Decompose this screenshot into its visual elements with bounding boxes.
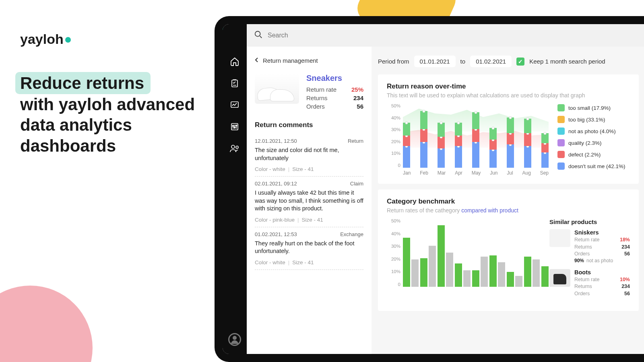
- legend-item[interactable]: defect (2.2%): [557, 151, 630, 158]
- brand-dot-icon: [65, 37, 71, 43]
- profile-avatar-icon[interactable]: [228, 333, 241, 346]
- comment-meta: Color - white|Size - 41: [255, 166, 363, 172]
- svg-point-5: [236, 125, 237, 126]
- svg-rect-1: [231, 102, 238, 107]
- left-pane: Return management Sneakers Return rate25…: [247, 47, 372, 354]
- similar-product[interactable]: BootsReturn rate10%Returns234Orders56: [549, 269, 630, 298]
- comment-body: They really hurt on the back of the foot…: [255, 240, 363, 255]
- comment-date: 02.01.2021, 09:12: [255, 181, 297, 187]
- legend-item[interactable]: not as photo (4.0%): [557, 128, 630, 135]
- bench-bar-pair: [455, 263, 471, 287]
- chart1-legend: too small (17.9%)too big (33.1%)not as p…: [557, 103, 630, 176]
- benchmark-compare-link[interactable]: compared with product: [461, 207, 518, 214]
- comment-meta: Color - pink-blue|Size - 41: [255, 217, 363, 223]
- legend-swatch: [557, 104, 565, 111]
- comments-list: 12.01.2021, 12:50ReturnThe size and colo…: [255, 134, 363, 270]
- chart2-bars: [403, 218, 540, 287]
- date-to-input[interactable]: 01.02.2021: [470, 56, 512, 67]
- decor-pink: [0, 286, 93, 362]
- bench-bar-pair: [507, 272, 522, 287]
- stacked-bar: [438, 123, 445, 168]
- home-icon[interactable]: [229, 56, 240, 67]
- returns-value: 234: [353, 95, 363, 101]
- legend-label: defect (2.2%): [568, 152, 601, 158]
- stacked-bar: [507, 117, 514, 168]
- bench-bar-pair: [472, 257, 488, 287]
- comment-date: 12.01.2021, 12:50: [255, 138, 297, 144]
- headline-rest: with yayloh advanced data analytics dash…: [20, 95, 195, 155]
- benchmark-subtitle: Return rates of the cathegory compared w…: [387, 207, 630, 214]
- similar-img: [549, 269, 570, 287]
- legend-item[interactable]: too small (17.9%): [557, 104, 630, 111]
- bench-bar-pair: [524, 257, 540, 287]
- stacked-bar: [455, 123, 462, 168]
- legend-swatch: [557, 162, 565, 170]
- period-from-label: Period from: [378, 58, 409, 65]
- comment-body: The size and color did not fit me, unfor…: [255, 146, 363, 162]
- orders-label: Orders: [306, 103, 325, 110]
- comment-type: Exchange: [340, 231, 363, 237]
- chart1-title: Return reason over-time: [387, 82, 630, 90]
- svg-point-3: [233, 125, 234, 127]
- breadcrumb-back[interactable]: Return management: [255, 57, 363, 64]
- legend-item[interactable]: too big (33.1%): [557, 116, 630, 123]
- bench-bar-pair: [489, 255, 505, 287]
- stacked-bar: [541, 133, 549, 168]
- comment-item[interactable]: 12.01.2021, 12:50ReturnThe size and colo…: [255, 134, 363, 177]
- comments-title: Return comments: [255, 121, 363, 129]
- keep-period-label: Keep 1 month search period: [529, 58, 605, 65]
- legend-item[interactable]: quality (2.3%): [557, 139, 630, 146]
- similar-product[interactable]: SniskersReturn rate18%Returns234Orders56…: [549, 229, 630, 263]
- date-from-input[interactable]: 01.01.2021: [414, 56, 456, 67]
- app-frame: Return form Return management Sneakers R…: [215, 16, 644, 362]
- chart1-subtitle: This text will be used to explain what c…: [387, 92, 630, 99]
- bench-bar-pair: [420, 246, 436, 287]
- legend-label: not as photo (4.0%): [568, 128, 616, 134]
- similar-title: Similar products: [549, 218, 630, 225]
- legend-swatch: [557, 116, 565, 123]
- legend-label: quality (2.3%): [568, 140, 602, 146]
- benchmark-card: Category benchmark Return rates of the c…: [378, 189, 639, 311]
- comment-meta: Color - white|Size - 41: [255, 259, 363, 265]
- chart1-xaxis: JanFebMarAprMayJunJulAugSep: [403, 170, 549, 176]
- similar-products: Similar products SniskersReturn rate18%R…: [549, 218, 630, 303]
- similar-img: [549, 229, 570, 247]
- benchmark-chart: 50%40%30%20%10%0: [387, 218, 540, 295]
- svg-point-8: [255, 31, 260, 37]
- users-icon[interactable]: [229, 143, 240, 154]
- return-reason-card: Return reason over-time This text will b…: [378, 74, 639, 184]
- product-image: [255, 74, 299, 104]
- svg-rect-0: [232, 80, 237, 87]
- comment-item[interactable]: 01.02.2021, 12:53ExchangeThey really hur…: [255, 227, 363, 270]
- comment-item[interactable]: 02.01.2021, 09:12ClaimI usually always t…: [255, 177, 363, 227]
- analytics-icon[interactable]: [229, 100, 240, 110]
- similar-name: Sniskers: [574, 229, 630, 236]
- sidebar: [223, 24, 247, 354]
- product-name: Sneakers: [306, 74, 363, 83]
- return-rate-value: 25%: [351, 86, 363, 93]
- promo-headline: Reduce returns with yayloh advanced data…: [20, 72, 213, 156]
- breadcrumb-label: Return management: [263, 57, 318, 64]
- keep-period-checkbox[interactable]: ✓: [516, 58, 524, 66]
- legend-label: too small (17.9%): [568, 105, 611, 111]
- promo-block: yayloh Reduce returns with yayloh advanc…: [20, 31, 213, 156]
- svg-point-4: [234, 127, 235, 128]
- comment-type: Claim: [350, 181, 363, 187]
- clipboard-icon[interactable]: [229, 78, 240, 88]
- search-icon: [254, 30, 263, 41]
- stacked-bar: [489, 128, 497, 168]
- returns-label: Returns: [306, 95, 328, 101]
- brand-logo: yayloh: [20, 31, 213, 47]
- stacked-bar: [524, 119, 531, 168]
- period-to-label: to: [460, 58, 466, 65]
- settings-sliders-icon[interactable]: [229, 121, 240, 132]
- right-pane: Period from 01.01.2021 to 01.02.2021 ✓ K…: [372, 47, 644, 354]
- orders-value: 56: [357, 103, 363, 110]
- similar-name: Boots: [574, 269, 630, 276]
- product-summary: Sneakers Return rate25% Returns234 Order…: [255, 74, 363, 111]
- legend-label: doesn't suit me (42.1%): [568, 163, 625, 169]
- legend-item[interactable]: doesn't suit me (42.1%): [557, 162, 630, 170]
- comment-body: I usually always take 42 but this time i…: [255, 189, 363, 213]
- search-input[interactable]: [268, 32, 388, 39]
- headline-highlight: Reduce returns: [15, 72, 151, 94]
